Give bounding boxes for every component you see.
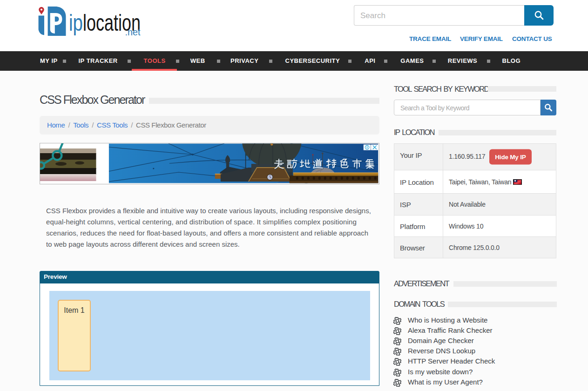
svg-text:.net: .net [125, 27, 141, 37]
svg-text:ip: ip [69, 10, 83, 36]
